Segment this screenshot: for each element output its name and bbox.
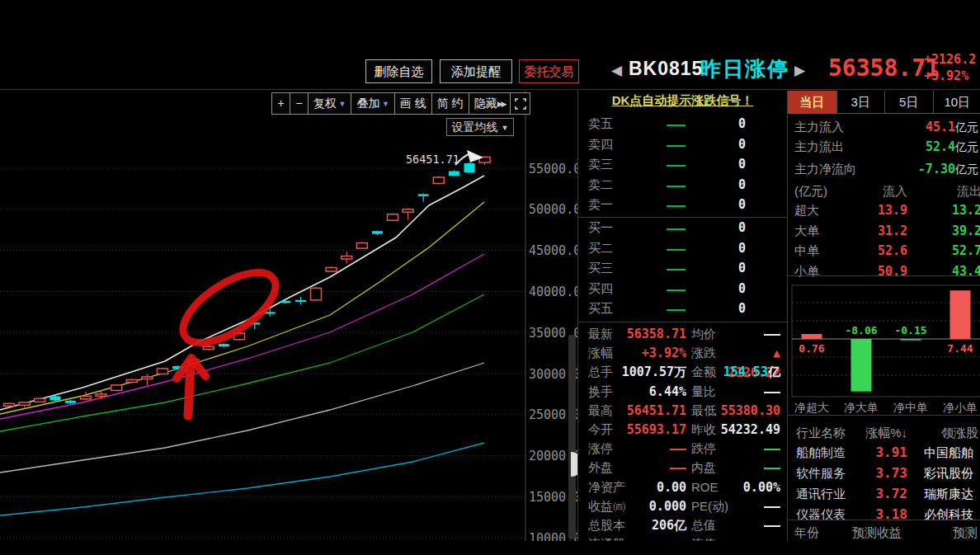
stat-value-cell <box>719 324 780 343</box>
ma-settings-label: 设置均线 <box>452 120 498 134</box>
annotation-ellipse <box>172 259 287 356</box>
dash-value <box>764 334 780 336</box>
stat-value-cell: 0.00 <box>621 477 686 497</box>
stat-value-cell <box>719 496 780 515</box>
candle-body <box>96 394 106 396</box>
ask-row-volume: 0 <box>738 116 746 131</box>
ask-row-label: 卖二 <box>588 177 613 193</box>
candle <box>142 374 153 384</box>
zero-dash <box>667 145 686 147</box>
order-trade-button[interactable]: 委托交易 <box>519 59 579 83</box>
outflow-value: 13.2 <box>925 200 980 220</box>
stat-value: 0.00 <box>657 480 686 495</box>
industry-row[interactable]: 仪器仪表3.18必创科技 <box>788 504 980 524</box>
candle <box>295 297 306 304</box>
net-flow-bar <box>851 339 872 392</box>
overlay-button-label: 叠加 <box>356 96 379 110</box>
candle-body <box>388 214 398 220</box>
ask-row-label: 卖一 <box>588 197 613 213</box>
candle <box>403 208 413 219</box>
symbol-code: BK0815 <box>629 58 703 80</box>
chart-scrollbar[interactable] <box>568 335 576 539</box>
stat-value: 55380.30 <box>721 403 780 418</box>
ask-row-label: 卖三 <box>588 157 613 172</box>
industry-row[interactable]: 船舶制造3.91中国船舶 <box>788 442 980 463</box>
panel-collapse-handle[interactable] <box>571 452 577 477</box>
fullscreen-button[interactable] <box>510 92 530 115</box>
candle <box>158 368 168 374</box>
bid-row-label: 买一 <box>588 220 613 236</box>
candle-body <box>311 288 322 299</box>
net-flow-bar-chart: 0.76净超大-8.06净大单-0.15净中单7.44净小单 <box>788 284 980 422</box>
add-alert-button[interactable]: 添加提醒 <box>440 59 512 83</box>
prev-symbol-icon[interactable]: ◀ <box>611 62 622 79</box>
simple-mode-button[interactable]: 简 约 <box>431 92 469 115</box>
zero-dash <box>667 165 686 167</box>
bid-row-volume: 0 <box>738 241 746 256</box>
bid-row: 买一0 <box>578 219 787 238</box>
forecast-footer-row: 年份预测收益预测P <box>788 523 980 543</box>
stat-label: 跌停 <box>691 439 716 458</box>
tab-period-1[interactable]: 当日 <box>788 91 836 113</box>
bid-row-volume: 0 <box>738 220 746 235</box>
ask-row-volume: 0 <box>738 197 746 212</box>
kline-chart[interactable]: 55000.050000.045000.040000.035000.030000… <box>0 89 577 555</box>
overlay-button[interactable]: 叠加 ▼ <box>351 92 394 115</box>
zero-dash <box>667 309 686 311</box>
col-header-leader: 领涨股 <box>941 422 978 443</box>
delete-watchlist-button[interactable]: 删除自选 <box>365 59 432 83</box>
industry-leader-stock: 必创科技 <box>924 504 973 524</box>
flow-unit: 亿元 <box>955 140 978 153</box>
industry-row[interactable]: 软件服务3.73彩讯股份 <box>788 463 980 483</box>
candle-body <box>342 256 352 259</box>
flow-amount: 52.4 <box>926 139 955 154</box>
stat-value: 0.000 <box>649 499 686 514</box>
net-flow-bar <box>950 290 971 339</box>
ask-row-label: 卖四 <box>588 137 613 153</box>
candle-body <box>203 346 214 349</box>
stat-row: 最高56451.71最低55380.30 <box>578 401 787 420</box>
net-flow-value-label: 0.76 <box>799 342 824 355</box>
hide-button[interactable]: 隐藏▶▶ <box>469 92 511 115</box>
industry-separator <box>788 520 980 520</box>
net-flow-value-label: -0.15 <box>894 324 926 336</box>
candle-body <box>433 177 444 183</box>
net-flow-category-label: 净小单 <box>943 401 978 414</box>
zero-dash <box>667 249 686 251</box>
inflow-value: 31.2 <box>852 221 907 241</box>
tab-period-4[interactable]: 10日 <box>933 91 980 113</box>
order-size-label: 中单 <box>794 241 819 261</box>
candle-body <box>295 300 306 302</box>
flow-summary-row: 主力流出52.4亿元 <box>788 137 980 157</box>
zoom-out-button[interactable]: − <box>290 92 309 115</box>
candle-body <box>280 301 290 303</box>
stat-row: 换手6.44%量比 <box>578 382 787 401</box>
price-change-pct: +3.92% <box>924 68 968 83</box>
symbol-name: 昨日涨停 <box>700 55 789 82</box>
industry-name: 仪器仪表 <box>796 504 846 524</box>
stat-value-cell: 6.44% <box>621 382 686 402</box>
fuquan-button[interactable]: 复权 ▼ <box>308 92 351 115</box>
stat-value: 6.44% <box>649 384 686 399</box>
next-symbol-icon[interactable]: ▶ <box>794 62 805 79</box>
tab-period-2[interactable]: 3日 <box>836 91 885 113</box>
bid-row: 买三0 <box>578 259 787 279</box>
candle-body <box>403 209 413 212</box>
dk-signal-link[interactable]: DK点自动提示涨跌信号！ <box>578 93 787 109</box>
ask-row: 卖三0 <box>578 155 787 175</box>
stat-value-cell <box>621 458 686 477</box>
draw-line-button[interactable]: 画 线 <box>394 92 432 115</box>
stat-row: 净资产0.00ROE0.00% <box>578 477 787 496</box>
industry-change-pct: 3.72 <box>854 483 907 504</box>
stat-value-cell: 154.53亿 <box>719 362 780 382</box>
zoom-in-button[interactable]: + <box>271 92 290 115</box>
dash-value <box>764 525 780 527</box>
candle <box>433 176 444 184</box>
industry-row[interactable]: 通讯行业3.72瑞斯康达 <box>788 483 980 504</box>
stat-value-cell: 206亿 <box>621 515 686 535</box>
dash-value <box>670 468 686 469</box>
stat-row: 最新56358.71均价 <box>578 324 787 343</box>
tab-period-3[interactable]: 5日 <box>884 91 933 113</box>
ma-settings-button[interactable]: 设置均线 ▼ <box>446 118 514 136</box>
footer-forecast-earnings-label: 预测收益 <box>852 523 902 543</box>
